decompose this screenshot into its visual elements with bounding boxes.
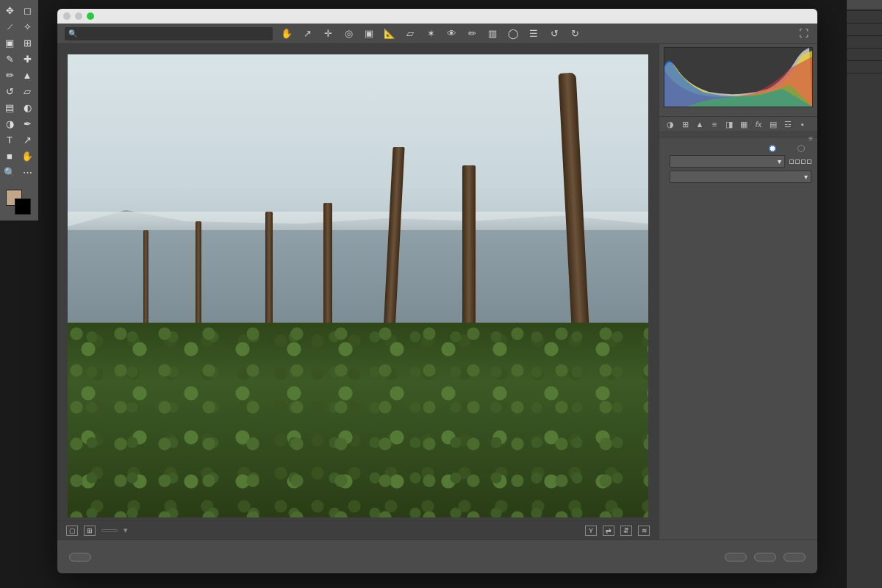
crop-tool-icon[interactable]: ▣ (362, 27, 376, 40)
straighten-tool-icon[interactable]: 📐 (383, 27, 396, 40)
zoom-tool-icon[interactable]: 🔍 (1, 165, 18, 179)
dodge-tool-icon[interactable]: ◑ (1, 116, 18, 131)
swap-icon[interactable]: ⇄ (603, 526, 614, 536)
panel-tab[interactable] (847, 75, 882, 84)
adjust-brush-icon[interactable]: ✏ (465, 27, 478, 40)
camera-raw-window: 🔍 ✋ ↗ ✛ ◎ ▣ 📐 ▱ ✶ 👁 ✏ ▥ ◯ ☰ ↺ ↻ ⛶ (57, 9, 817, 573)
save-image-button[interactable] (69, 553, 91, 562)
redeye-tool-icon[interactable]: 👁 (445, 27, 458, 40)
readout (659, 110, 817, 116)
tab-detail-icon[interactable]: ▲ (695, 119, 705, 129)
marquee-tool-icon[interactable]: ◻ (19, 3, 35, 18)
zoom-tool-icon[interactable]: 🔍 (65, 27, 273, 40)
navigator-zoom (847, 84, 882, 93)
lasso-tool-icon[interactable]: ⟋ (1, 19, 18, 34)
target-adjust-icon[interactable]: ◎ (342, 27, 355, 40)
filmstrip-view-icon[interactable]: ⊞ (84, 526, 96, 536)
photoshop-toolbar: ✥ ◻ ⟋ ✧ ▣ ⊞ ✎ ✚ ✏ ▲ ↺ ▱ ▤ ◐ ◑ ✒ T ↗ ■ ✋ … (0, 0, 38, 220)
treatment-color-radio[interactable] (769, 145, 776, 152)
single-view-icon[interactable]: ▢ (66, 526, 78, 536)
panel-tab[interactable] (847, 50, 882, 59)
hand-tool-icon[interactable]: ✋ (19, 148, 35, 163)
zoom-traffic-icon[interactable] (87, 12, 94, 20)
history-brush-icon[interactable]: ↺ (1, 84, 18, 98)
cycle-icon[interactable]: ≋ (638, 526, 650, 536)
more-tool-icon[interactable]: ⋯ (19, 165, 35, 179)
pen-tool-icon[interactable]: ✒ (19, 116, 35, 131)
type-tool-icon[interactable]: T (1, 132, 18, 147)
close-traffic-icon[interactable] (63, 12, 71, 20)
panel-dock (847, 0, 882, 588)
wand-tool-icon[interactable]: ✧ (19, 19, 35, 34)
minimize-traffic-icon[interactable] (75, 12, 82, 20)
preview-status-bar: ▢ ⊞ ▾ Y ⇄ ⇵ ≋ (57, 520, 659, 539)
prefs-icon[interactable]: ☰ (527, 27, 540, 40)
done-button[interactable] (784, 553, 806, 562)
frame-tool-icon[interactable]: ⊞ (19, 35, 35, 50)
wb-row: ▾ (665, 171, 811, 183)
panel-tab[interactable] (847, 12, 882, 21)
tab-lens-icon[interactable]: ▦ (739, 119, 749, 129)
rotate-cw-icon[interactable]: ↻ (568, 27, 581, 40)
blur-tool-icon[interactable]: ◐ (19, 100, 35, 115)
tab-presets-icon[interactable]: ☲ (783, 119, 793, 129)
cancel-button[interactable] (754, 553, 776, 562)
fullscreen-icon[interactable]: ⛶ (797, 27, 810, 40)
heal-tool-icon[interactable]: ✚ (19, 51, 35, 66)
wb-tool-icon[interactable]: ↗ (301, 27, 314, 40)
wb-select[interactable]: ▾ (670, 171, 811, 183)
tab-basic-icon[interactable]: ◑ (665, 119, 675, 129)
tab-curve-icon[interactable]: ⊞ (680, 119, 690, 129)
transform-tool-icon[interactable]: ▱ (404, 27, 417, 40)
tab-calib-icon[interactable]: ▤ (768, 119, 778, 129)
tab-snapshot-icon[interactable]: ▪ (797, 119, 808, 129)
color-sampler-icon[interactable]: ✛ (321, 27, 334, 40)
camera-raw-toolbar: 🔍 ✋ ↗ ✛ ◎ ▣ 📐 ▱ ✶ 👁 ✏ ▥ ◯ ☰ ↺ ↻ ⛶ (57, 24, 817, 44)
rotate-ccw-icon[interactable]: ↺ (548, 27, 561, 40)
histogram[interactable] (664, 47, 813, 107)
tab-hsl-icon[interactable]: ≡ (709, 119, 720, 129)
radial-filter-icon[interactable]: ◯ (506, 27, 520, 40)
brush-tool-icon[interactable]: ✏ (1, 68, 18, 82)
image-preview[interactable] (68, 54, 648, 517)
eyedropper-tool-icon[interactable]: ✎ (1, 51, 18, 66)
subpanel-tabs: ◑ ⊞ ▲ ≡ ◨ ▦ fx ▤ ☲ ▪ (659, 116, 817, 132)
path-tool-icon[interactable]: ↗ (19, 132, 35, 147)
panel-tab[interactable] (847, 62, 882, 71)
panel-tab[interactable] (847, 25, 882, 34)
before-after-icon[interactable]: Y (585, 526, 597, 536)
gradient-tool-icon[interactable]: ▤ (1, 100, 18, 115)
panel-tab[interactable] (847, 37, 882, 46)
hand-tool-icon[interactable]: ✋ (280, 27, 293, 40)
profile-select[interactable]: ▾ (670, 155, 785, 168)
background-swatch[interactable] (15, 198, 31, 215)
panel-tab[interactable] (847, 0, 882, 9)
color-swatches[interactable] (1, 188, 34, 218)
treatment-row (665, 145, 811, 152)
tab-fx-icon[interactable]: fx (753, 119, 764, 129)
treatment-bw-radio[interactable] (797, 145, 805, 152)
dialog-button-bar (57, 539, 817, 573)
crop-tool-icon[interactable]: ▣ (1, 35, 18, 50)
eraser-tool-icon[interactable]: ▱ (19, 84, 35, 98)
copy-icon[interactable]: ⇵ (620, 526, 632, 536)
profile-browser-icon[interactable] (789, 159, 811, 164)
panel-title (659, 132, 817, 137)
spot-remove-icon[interactable]: ✶ (424, 27, 437, 40)
window-titlebar[interactable] (57, 9, 817, 24)
open-object-button[interactable] (725, 553, 747, 562)
shape-tool-icon[interactable]: ■ (1, 148, 18, 163)
zoom-level-select[interactable] (101, 529, 118, 532)
move-tool-icon[interactable]: ✥ (1, 3, 18, 18)
grad-filter-icon[interactable]: ▥ (486, 27, 499, 40)
stamp-tool-icon[interactable]: ▲ (19, 68, 35, 82)
tab-split-icon[interactable]: ◨ (724, 119, 734, 129)
profile-row: ▾ (665, 155, 811, 168)
